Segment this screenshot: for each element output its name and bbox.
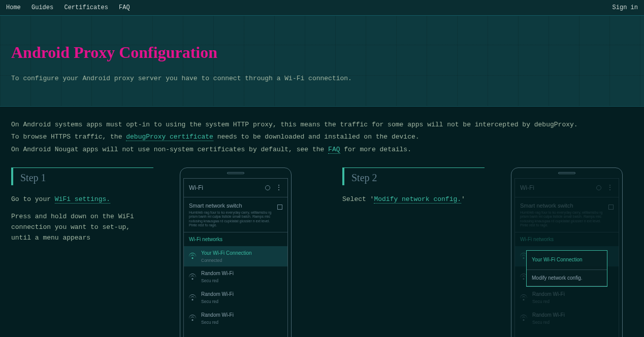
nav-certificates[interactable]: Certificates xyxy=(64,4,108,11)
wifi-network-status: Secu red xyxy=(201,278,234,284)
wifi-network-selected: Your Wi-Fi Connection Connected xyxy=(184,246,287,267)
hero-banner: Android Proxy Configuration To configure… xyxy=(0,15,644,107)
nav-faq[interactable]: FAQ xyxy=(119,4,130,11)
nav-signin[interactable]: Sign in xyxy=(613,4,638,11)
sns-title: Smart network switch xyxy=(189,201,273,210)
step-1-p1-pre: Go to your xyxy=(11,195,55,203)
wifi-icon xyxy=(189,315,196,322)
wifi-screen-header: Wi-Fi ⋮ xyxy=(184,179,287,197)
wifi-network-status: Connected xyxy=(201,257,252,264)
intro-line-1: On Android systems apps must opt-in to u… xyxy=(11,119,633,131)
nav-guides[interactable]: Guides xyxy=(31,4,53,11)
page-subtitle: To configure your Android proxy server y… xyxy=(11,74,633,84)
debugproxy-certificate-link[interactable]: debugProxy certificate xyxy=(126,133,213,141)
intro-line-3-post: for more details. xyxy=(340,146,411,153)
wifi-network-status: Secu red xyxy=(201,298,234,305)
wifi-network-name: Random Wi-Fi xyxy=(201,290,234,298)
popup-item-modify: Modify network config. xyxy=(527,270,607,286)
phone-mockup-step-2: Wi-Fi ⋮ Smart network switch Humbleb rag… xyxy=(511,167,623,337)
menu-dots-icon: ⋮ xyxy=(275,186,282,189)
wifi-network-item: Random Wi-Fi Secu red xyxy=(184,266,287,287)
wifi-icon xyxy=(189,274,196,281)
sns-checkbox xyxy=(277,205,282,210)
step-2-p1: Select 'Modify network config.' xyxy=(342,194,485,205)
wifi-networks-label: Wi-Fi networks xyxy=(184,232,287,246)
refresh-icon xyxy=(265,185,270,190)
sns-subtitle: Humbleb rag four lo ko everyday carry, w… xyxy=(189,211,273,228)
step-1-heading: Step 1 xyxy=(11,167,153,185)
step-1: Step 1 Go to your WiFi settings. Press a… xyxy=(11,167,292,337)
wifi-settings-text: WiFi settings. xyxy=(55,195,110,204)
popup-title: Your Wi-Fi Connection xyxy=(527,251,607,270)
step-2: Step 2 Select 'Modify network config.' W… xyxy=(342,167,623,337)
phone-mockup-step-1: Wi-Fi ⋮ Smart network switch Humbleb rag… xyxy=(180,167,292,337)
intro-line-3-pre: On Android Nougat apps will not use non-… xyxy=(11,146,328,153)
wifi-network-item: Random Wi-Fi Secu red xyxy=(184,308,287,329)
intro-line-2-post: needs to be downloaded and installed on … xyxy=(213,133,420,141)
step-2-p1-pre: Select ' xyxy=(342,195,374,203)
intro-line-3: On Android Nougat apps will not use non-… xyxy=(11,144,633,156)
wifi-network-name: Random Wi-Fi xyxy=(201,311,234,319)
top-nav: Home Guides Certificates FAQ Sign in xyxy=(0,0,644,15)
intro-line-2: To browse HTTPS traffic, the debugProxy … xyxy=(11,131,633,144)
wifi-network-name: Random Wi-Fi xyxy=(201,269,234,277)
smart-network-switch: Smart network switch Humbleb rag four lo… xyxy=(184,197,287,232)
wifi-icon xyxy=(189,294,196,301)
wifi-network-item: Random Wi-Fi Secu red xyxy=(184,287,287,308)
phone-speaker xyxy=(227,172,244,174)
modify-network-text: Modify network config. xyxy=(374,195,461,204)
nav-home[interactable]: Home xyxy=(6,4,21,11)
faq-link[interactable]: FAQ xyxy=(328,146,340,154)
wifi-header-label: Wi-Fi xyxy=(189,183,203,192)
intro-text: On Android systems apps must opt-in to u… xyxy=(0,107,644,161)
page-title: Android Proxy Configuration xyxy=(11,40,633,64)
step-2-p1-post: ' xyxy=(461,195,465,203)
step-1-p2: Press and hold down on the WiFi connecti… xyxy=(11,212,153,243)
step-1-p1: Go to your WiFi settings. xyxy=(11,194,153,205)
wifi-network-status: Secu red xyxy=(201,319,234,326)
intro-line-2-pre: To browse HTTPS traffic, the xyxy=(11,133,126,141)
wifi-network-name: Your Wi-Fi Connection xyxy=(201,249,252,257)
step-2-heading: Step 2 xyxy=(342,167,485,185)
wifi-icon xyxy=(189,253,196,260)
context-menu-popup: Your Wi-Fi Connection Modify network con… xyxy=(526,250,607,287)
